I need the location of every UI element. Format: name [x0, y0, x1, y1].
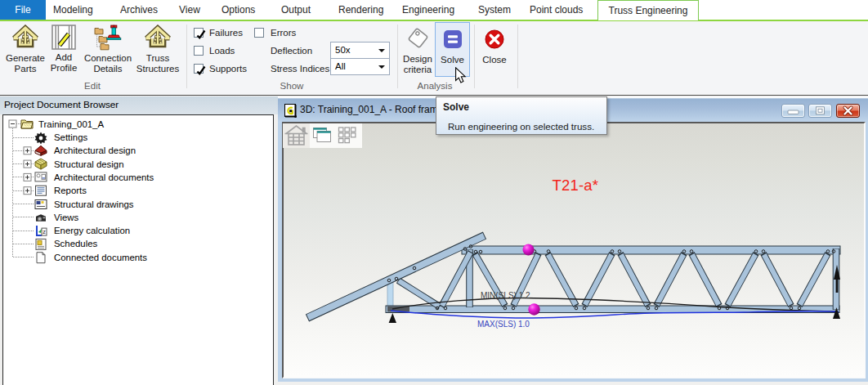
svg-text:Energy calculation: Energy calculation — [54, 226, 130, 235]
svg-text:Reports: Reports — [54, 186, 87, 195]
svg-text:Structural drawings: Structural drawings — [54, 199, 134, 209]
svg-text:Connected documents: Connected documents — [54, 253, 147, 262]
svg-text:T21-a*: T21-a* — [553, 177, 599, 194]
svg-text:MAX(SLS) 1.0: MAX(SLS) 1.0 — [477, 320, 530, 329]
svg-text:Views: Views — [54, 213, 78, 222]
svg-text:Architectural design: Architectural design — [54, 145, 136, 155]
svg-text:z: z — [43, 229, 46, 235]
svg-text:Architectural documents: Architectural documents — [54, 172, 154, 182]
svg-text:Schedules: Schedules — [54, 239, 97, 248]
svg-text:MIN(SLS) 1.2: MIN(SLS) 1.2 — [481, 291, 530, 300]
svg-text:Structural design: Structural design — [54, 159, 123, 169]
svg-text:Training_001_A: Training_001_A — [38, 119, 104, 129]
svg-text:Settings: Settings — [54, 132, 87, 142]
